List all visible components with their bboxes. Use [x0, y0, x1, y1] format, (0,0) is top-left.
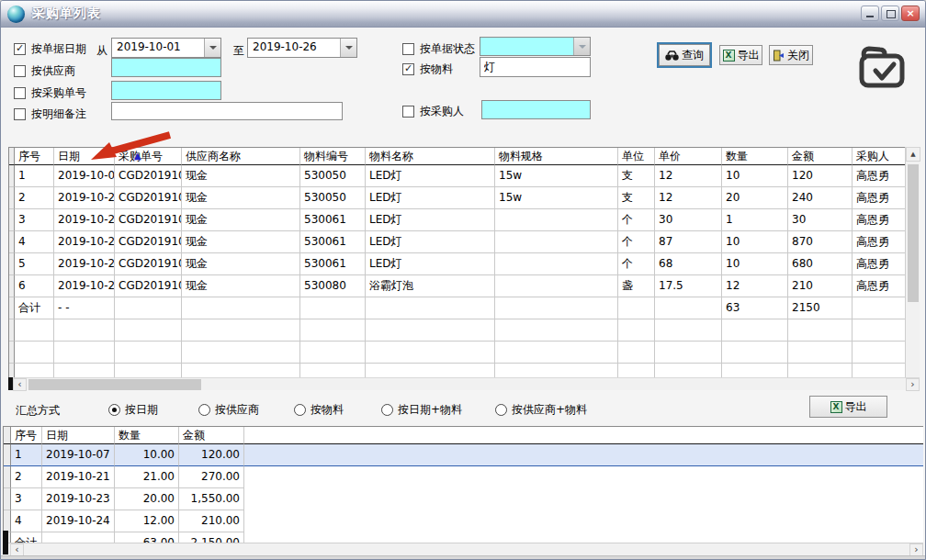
date-from-combo[interactable]: 2019-10-01 [111, 38, 221, 58]
cell: 2019-10-24 [54, 275, 115, 297]
status-value[interactable] [480, 38, 573, 55]
cell: 2 [11, 466, 42, 488]
table-row[interactable]: 22019-10-21CGD201910现金530050LED灯15w支1220… [9, 187, 905, 209]
cell: 21.00 [115, 466, 179, 488]
table-row[interactable]: 12019-10-07CGD201910现金530050LED灯15w支1210… [9, 165, 905, 187]
close-form-button[interactable]: 关闭 [769, 45, 813, 65]
v-scrollbar[interactable]: ▲ [905, 147, 920, 377]
table-row[interactable] [9, 364, 905, 377]
close-icon: × [906, 7, 914, 19]
column-header[interactable]: 数量 [722, 148, 788, 165]
radio-icon[interactable] [495, 404, 507, 416]
table-row[interactable]: 32019-10-2320.001,550.00 [4, 488, 923, 510]
cell [655, 297, 722, 319]
checkbox-icon[interactable] [402, 106, 414, 118]
filter-checkbox-status[interactable]: 按单据状态 [402, 41, 475, 57]
table-row[interactable]: 合计63.002,150.00 [4, 532, 923, 543]
po-number-input[interactable] [111, 81, 221, 100]
column-header[interactable]: 采购单号 [115, 148, 182, 165]
checkbox-icon[interactable] [14, 87, 26, 99]
export-button[interactable]: X 导出 [719, 45, 762, 65]
detail-note-input[interactable] [111, 102, 343, 120]
column-header[interactable]: 物料名称 [366, 148, 495, 165]
radio-option-3[interactable]: 按日期+物料 [381, 402, 462, 418]
table-row[interactable]: 42019-10-23CGD201910现金530061LED灯个8710870… [9, 231, 905, 253]
column-header[interactable]: 采购人 [853, 148, 905, 165]
h-scrollbar[interactable]: ‹ › [13, 377, 920, 390]
scroll-left-button[interactable]: ‹ [13, 378, 27, 391]
maximize-button[interactable] [881, 6, 899, 21]
table-row[interactable]: 22019-10-2121.00270.00 [4, 466, 923, 488]
scroll-up-button[interactable]: ▲ [906, 147, 920, 162]
filter-checkbox-supplier[interactable]: 按供应商 [14, 63, 75, 79]
table-row[interactable] [9, 319, 905, 342]
cell: 高恩勇 [853, 187, 905, 209]
cell [182, 342, 300, 364]
query-button[interactable]: 查询 [659, 44, 710, 66]
table-row[interactable]: 42019-10-2412.00210.00 [4, 510, 923, 532]
table-row-selected[interactable]: 12019-10-0710.00120.00 [4, 444, 923, 466]
sort-ascending-icon: ▲ [134, 151, 141, 161]
filter-checkbox-date[interactable]: 按单据日期 [14, 41, 86, 57]
date-to-value[interactable]: 2019-10-26 [248, 39, 340, 57]
checkbox-icon[interactable] [14, 108, 26, 120]
supplier-input[interactable] [111, 58, 221, 77]
date-from-value[interactable]: 2019-10-01 [112, 39, 204, 57]
cell: 1,550.00 [179, 488, 244, 510]
v-scroll-thumb[interactable] [908, 164, 919, 302]
scroll-left-button[interactable]: ‹ [10, 543, 24, 556]
radio-icon[interactable] [108, 404, 120, 416]
date-to-combo[interactable]: 2019-10-26 [247, 38, 357, 58]
row-filler [244, 532, 923, 543]
column-header[interactable]: 序号 [15, 148, 54, 165]
table-row[interactable]: 合计- -632150 [9, 297, 905, 319]
column-header[interactable]: 数量 [115, 427, 179, 444]
cell: 2019-10-21 [54, 187, 115, 209]
scroll-right-button[interactable]: › [906, 378, 920, 391]
radio-icon[interactable] [198, 404, 210, 416]
purchaser-input[interactable] [481, 100, 591, 119]
checkbox-icon[interactable] [14, 43, 26, 55]
dropdown-button[interactable] [204, 39, 220, 57]
column-header[interactable]: 物料规格 [495, 148, 618, 165]
cell: 2150 [788, 297, 853, 319]
material-input[interactable] [480, 57, 591, 77]
table-row[interactable]: 62019-10-24CGD201910现金530080浴霸灯泡盏17.5122… [9, 275, 905, 297]
h-scroll-thumb[interactable] [28, 379, 201, 390]
scroll-right-button[interactable]: › [909, 543, 923, 556]
minimize-button[interactable] [861, 6, 879, 21]
close-button[interactable]: × [901, 6, 920, 21]
cell: 现金 [182, 165, 300, 187]
filter-checkbox-detail-note[interactable]: 按明细备注 [14, 106, 86, 122]
radio-icon[interactable] [381, 404, 393, 416]
dropdown-button[interactable] [573, 38, 590, 55]
filter-checkbox-purchaser[interactable]: 按采购人 [402, 104, 464, 119]
radio-icon[interactable] [294, 404, 306, 416]
table-row[interactable]: 52019-10-23CGD201910现金530061LED灯个6810680… [9, 253, 905, 275]
radio-option-4[interactable]: 按供应商+物料 [495, 402, 587, 418]
radio-option-1[interactable]: 按供应商 [198, 402, 259, 418]
summary-h-scrollbar[interactable]: ‹ › [8, 543, 923, 555]
table-row[interactable] [9, 342, 905, 364]
column-header[interactable]: 供应商名称 [182, 148, 300, 165]
dropdown-button[interactable] [340, 39, 356, 57]
checkbox-icon[interactable] [14, 65, 26, 77]
column-header[interactable]: 序号 [11, 427, 42, 444]
column-header[interactable]: 金额 [179, 427, 244, 444]
column-header[interactable]: 金额 [788, 148, 853, 165]
status-combo[interactable] [480, 37, 591, 56]
cell [115, 342, 182, 364]
checkbox-icon[interactable] [402, 43, 414, 55]
column-header[interactable]: 单位 [618, 148, 655, 165]
radio-option-0[interactable]: 按日期 [108, 402, 158, 418]
column-header[interactable]: 单价 [655, 148, 722, 165]
checkbox-icon[interactable] [402, 63, 414, 75]
radio-option-2[interactable]: 按物料 [294, 402, 344, 418]
column-header[interactable]: 物料编号 [300, 148, 366, 165]
column-header[interactable]: 日期 [42, 427, 115, 444]
table-row[interactable]: 32019-10-21CGD201910现金530061LED灯个30130高恩… [9, 209, 905, 231]
column-header[interactable]: 日期 [54, 148, 115, 165]
filter-checkbox-material[interactable]: 按物料 [402, 62, 453, 77]
filter-checkbox-po-number[interactable]: 按采购单号 [14, 85, 86, 101]
summary-export-button[interactable]: X 导出 [809, 396, 887, 418]
